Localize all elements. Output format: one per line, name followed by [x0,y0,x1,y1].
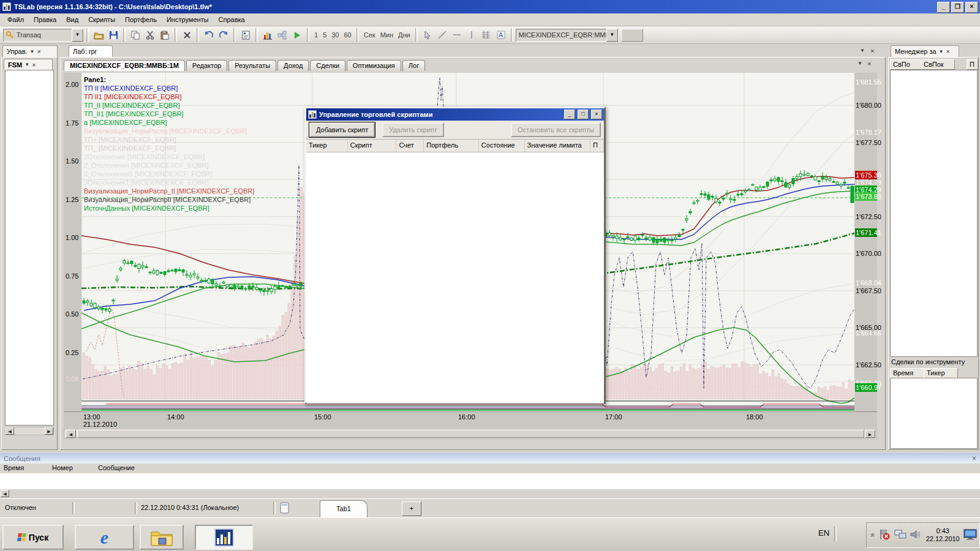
legend-item[interactable]: ТП_ [MICEXINDEXCF_EQBR] [84,144,254,152]
doc-tab-2[interactable]: Результаты [228,60,276,71]
menu-item-3[interactable]: Скрипты [83,14,120,25]
manager-grid-column[interactable]: П [967,59,978,70]
dock-menu-icon[interactable]: ▼ [30,49,35,54]
unit-button-0[interactable]: Сек [361,30,378,40]
legend-item[interactable]: ТП_II1 [MICEXINDEXCF_EQBR] [84,110,254,118]
paste-icon[interactable] [157,28,172,42]
menu-item-1[interactable]: Правка [29,14,61,25]
taskbar-ie-button[interactable]: e [75,525,134,550]
interval-button-1[interactable]: 1 [312,30,320,40]
script-scheme-icon[interactable] [275,28,290,42]
script-properties-icon[interactable] [238,28,253,42]
restore-icon[interactable]: ❐ [951,2,964,13]
close-icon[interactable]: × [965,2,978,13]
legend-item[interactable]: ТП II [MICEXINDEXCF_EQBR] [84,84,254,92]
connection-dropdown-icon[interactable]: ▼ [72,29,83,42]
minimize-icon[interactable]: _ [937,2,950,13]
tray-clock[interactable]: 0:43 22.12.2010 [926,527,960,543]
manager-grid-column[interactable]: СвПо [890,59,921,70]
agent-slot-button[interactable] [621,29,643,42]
manager-grid-body[interactable] [890,70,978,357]
messages-column[interactable]: Номер [52,464,73,471]
doc-tab-0[interactable]: MICEXINDEXCF_EQBR:ММВБ:1M [64,60,185,71]
instrument-dropdown-icon[interactable]: ▼ [606,29,618,42]
pointer-tool-icon[interactable] [420,28,435,42]
scroll-left-icon[interactable]: ◀ [6,427,14,435]
chart-right-axis[interactable]: 1'681.551'680.001'678.171'677.501'675.30… [854,73,877,411]
doc-tab-6[interactable]: Лог [402,60,425,71]
tab-list-icon[interactable]: ▼ [858,61,862,67]
scroll-thumb[interactable] [77,430,864,438]
trend-line-tool-icon[interactable] [435,28,450,42]
legend-item[interactable]: a [MICEXINDEXCF_EQBR] [84,118,254,127]
fsm-panel-hscrollbar[interactable]: ◀ ▶ [5,427,54,435]
menu-item-4[interactable]: Портфель [120,14,162,25]
text-label-tool-icon[interactable]: A [494,28,508,42]
deals-grid-column[interactable]: Время [890,368,924,378]
messages-grid-body[interactable] [0,473,980,489]
chart-hscrollbar[interactable]: ◀ ▶ [64,429,877,439]
dock-close-icon[interactable]: × [32,62,36,68]
dock-menu-icon[interactable]: ▼ [939,49,944,54]
run-icon[interactable] [290,28,304,42]
add-workspace-tab-button[interactable]: + [402,501,421,516]
tab-close-icon[interactable]: × [867,61,871,67]
menu-item-2[interactable]: Вид [61,14,83,25]
scripts-grid-column[interactable]: Тикер [306,140,348,152]
messages-hscrollbar[interactable]: ◀ [0,489,980,498]
fsm-tab[interactable]: FSM ▼ × [4,59,53,70]
scroll-left-icon[interactable]: ◀ [1,490,9,497]
chart-time-axis[interactable]: 13:0014:0015:0016:0017:0018:0021.12.2010 [64,411,877,428]
deals-grid-column[interactable]: Тикер [924,368,958,378]
scroll-right-icon[interactable]: ▶ [45,427,53,435]
chart-left-axis[interactable]: 2.001.751.501.251.000.750.500.250.08 [64,73,81,411]
legend-item[interactable]: Визуализация_НормРаспр_II [MICEXINDEXCF_… [84,187,254,195]
horizontal-line-tool-icon[interactable] [450,28,464,42]
scripts-grid-body[interactable] [306,152,604,403]
dock-menu-icon[interactable]: ▼ [860,48,865,54]
manager-grid-column[interactable]: СвПок [921,59,955,70]
legend-item[interactable]: 2_Отклонения [MICEXINDEXCF_EQBR] [84,161,254,170]
scripts-grid-column[interactable]: Скрипт [348,140,397,152]
close-icon[interactable]: × [591,110,602,119]
left-dock-tab[interactable]: Управ. ▼ × [2,45,58,57]
legend-item[interactable]: Визуализация_НормРаспрII [MICEXINDEXCF_E… [84,195,254,204]
interval-button-60[interactable]: 60 [342,30,354,40]
menu-item-0[interactable]: Файл [2,14,29,25]
dock-close-icon[interactable]: × [37,48,41,54]
trade-scripts-dialog[interactable]: Управление торговлей скриптами _ □ × Доб… [304,107,606,404]
vertical-line-tool-icon[interactable] [464,28,479,42]
scroll-left-icon[interactable]: ◀ [66,430,76,438]
redo-icon[interactable] [216,28,231,42]
network-icon[interactable] [894,530,907,541]
volume-icon[interactable] [910,530,921,541]
fibo-tool-icon[interactable] [479,28,494,42]
undo-icon[interactable] [202,28,216,42]
doc-tab-5[interactable]: Оптимизация [347,60,401,71]
interval-button-5[interactable]: 5 [320,30,329,40]
legend-item[interactable]: 3_Отклонения1 [MICEXINDEXCF_EQBR] [84,170,254,178]
doc-tab-1[interactable]: Редактор [186,60,227,71]
maximize-icon[interactable]: □ [578,110,589,119]
save-icon[interactable] [106,28,121,42]
legend-item[interactable]: 3Отклонения1 [MICEXINDEXCF_EQBR] [84,178,254,187]
chart-icon[interactable] [260,28,275,42]
unit-button-1[interactable]: Мин [378,30,396,40]
add-script-button[interactable]: Добавить скрипт [309,122,375,137]
remove-script-button[interactable]: Удалить скрипт [382,122,444,137]
legend-item[interactable]: 2Отклонения [MICEXINDEXCF_EQBR] [84,152,254,161]
taskbar-tslab-button[interactable] [195,525,253,550]
doc-tab-4[interactable]: Сделки [310,60,345,71]
legend-item[interactable]: ТП_II [MICEXINDEXCF_EQBR] [84,101,254,110]
deals-grid-body[interactable] [890,378,978,449]
language-indicator[interactable]: EN [818,528,829,538]
copy-icon[interactable] [128,28,143,42]
legend-item[interactable]: ИсточнДанных [MICEXINDEXCF_EQBR] [84,204,254,212]
messages-column[interactable]: Время [4,464,24,471]
security-alert-icon[interactable] [878,528,891,542]
interval-button-30[interactable]: 30 [329,30,341,40]
delete-icon[interactable] [179,28,194,42]
scripts-grid-column[interactable]: Состояние [479,140,525,152]
scripts-grid-column[interactable]: П [590,140,604,152]
scripts-grid-column[interactable]: Счет [396,140,424,152]
